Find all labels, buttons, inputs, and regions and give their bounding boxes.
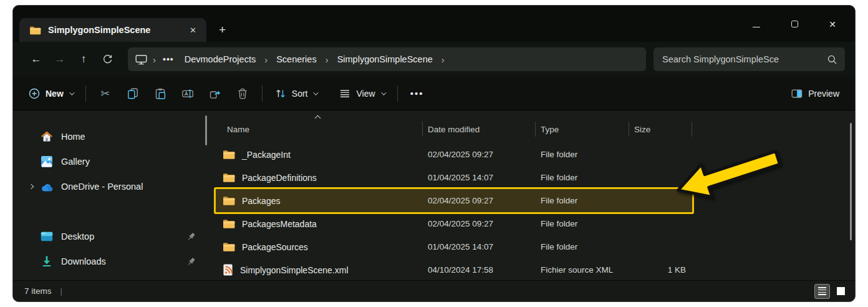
close-button[interactable]: ✕ [827,19,837,29]
table-row[interactable]: SimplygonSimpleScene.xml 04/10/2024 17:5… [216,258,692,281]
sidebar-item-downloads[interactable]: Downloads [13,249,216,274]
sort-button[interactable]: Sort [268,82,324,105]
chevron-right-icon: › [151,54,158,65]
gallery-icon [41,155,53,168]
file-date: 02/04/2025 09:27 [423,219,536,228]
plus-circle-icon [29,88,40,99]
table-row[interactable]: PackageSources 01/04/2025 14:07 File fol… [216,235,692,258]
view-button[interactable]: View [332,82,391,105]
preview-button[interactable]: Preview [784,82,846,105]
file-name: PackagesMetadata [242,219,317,229]
file-rows: _PackageInt 02/04/2025 09:27 File folder… [216,143,692,281]
maximize-icon [791,21,798,27]
chevron-down-icon [314,90,319,95]
sort-arrows-icon [275,88,286,99]
paste-icon [155,88,166,99]
file-type: File folder [536,150,629,159]
tab-simplygonsimplescene[interactable]: SimplygonSimpleScene ✕ [19,18,206,42]
sidebar-item-home[interactable]: Home [13,124,216,149]
search-input[interactable]: Search SimplygonSimpleSce [653,47,845,71]
view-toggles [814,284,849,299]
preview-pane-icon [791,88,803,99]
xml-file-icon [223,264,233,276]
search-placeholder: Search SimplygonSimpleSce [662,54,827,64]
file-name: PackageDefinitions [242,173,317,183]
chevron-right-icon[interactable] [22,185,41,188]
maximize-button[interactable] [789,19,799,29]
sidebar-item-gallery[interactable]: Gallery [13,149,216,174]
breadcrumb[interactable]: › ••• DevmodeProjects › Sceneries › Simp… [128,47,646,71]
folder-icon [223,149,235,160]
details-view-button[interactable] [814,284,830,299]
folder-icon [223,241,235,252]
downloads-icon [41,255,53,268]
delete-button[interactable] [229,82,256,105]
cut-button[interactable]: ✂ [92,82,119,105]
see-more-button[interactable]: ••• [403,82,431,105]
refresh-button[interactable] [95,49,119,70]
tab-title: SimplygonSimpleScene [48,25,180,35]
table-row[interactable]: _PackageInt 02/04/2025 09:27 File folder [216,143,692,166]
refresh-icon [102,54,113,65]
share-button[interactable] [201,82,229,105]
sidebar-scrollbar[interactable] [205,115,207,145]
paste-button[interactable] [147,82,174,105]
breadcrumb-item-devmodeprojects[interactable]: DevmodeProjects [179,52,261,67]
file-name: Packages [242,196,280,206]
table-row[interactable]: PackageDefinitions 01/04/2025 14:07 File… [216,166,692,189]
copy-button[interactable] [119,82,147,105]
sidebar-group-gap [13,199,216,224]
file-date: 01/04/2025 14:07 [423,242,536,251]
file-list-area: Name Date modified Type Size _PackageInt… [216,110,855,280]
share-icon [210,88,221,99]
file-date: 04/10/2024 17:58 [423,265,536,275]
up-button[interactable]: ↑ [72,49,95,70]
rename-button[interactable] [174,82,201,105]
file-size: 1 KB [629,265,692,275]
chevron-down-icon [69,90,74,95]
breadcrumb-item-sceneries[interactable]: Sceneries [271,52,322,67]
new-tab-button[interactable]: + [219,23,226,37]
file-type: File folder [536,196,629,205]
sidebar-item-desktop[interactable]: Desktop [13,224,216,249]
breadcrumb-item-simplygonsimplescene[interactable]: SimplygonSimpleScene [332,52,438,67]
view-lines-icon [339,88,350,99]
pin-icon [186,257,196,266]
command-toolbar: New ✂ Sort View [13,77,855,110]
column-header-size[interactable]: Size [629,122,692,137]
file-type: File folder [536,219,629,228]
table-row[interactable]: PackagesMetadata 02/04/2025 09:27 File f… [216,212,692,235]
forward-button[interactable]: → [48,49,72,70]
file-date: 02/04/2025 09:27 [423,150,536,159]
sidebar-item-onedrive[interactable]: OneDrive - Personal [13,174,216,199]
folder-icon [29,26,41,35]
sort-ascending-caret-icon [315,115,321,122]
back-button[interactable]: ← [24,49,48,70]
column-header-date-modified[interactable]: Date modified [423,122,536,137]
column-headers: Name Date modified Type Size [216,120,855,138]
trash-icon [237,88,248,99]
chevron-down-icon [381,90,386,95]
copy-icon [127,88,138,99]
desktop-icon [41,231,53,241]
file-name: PackageSources [242,242,308,252]
large-icons-view-button[interactable] [833,284,849,299]
file-explorer-window: SimplygonSimpleScene ✕ + ✕ ← → ↑ › ••• D… [12,5,856,302]
column-header-type[interactable]: Type [536,122,629,137]
new-button[interactable]: New [22,82,80,105]
tab-close-icon[interactable]: ✕ [187,24,199,36]
chevron-right-icon: › [263,54,269,65]
column-header-name[interactable]: Name [216,122,423,137]
file-date: 01/04/2025 14:07 [423,173,536,182]
toolbar-divider [397,85,398,102]
window-controls: ✕ [751,19,837,29]
details-view-icon [818,287,826,295]
file-type: File folder [536,173,629,182]
table-row-highlighted-packages[interactable]: Packages 02/04/2025 09:27 File folder [216,189,692,212]
file-list-scrollbar[interactable] [850,123,852,240]
status-bar: 7 items | [13,280,855,301]
file-date: 02/04/2025 09:27 [423,196,536,205]
minimize-button[interactable] [751,19,761,29]
navigation-pane: Home Gallery OneDrive - Personal Desktop [13,110,216,280]
breadcrumb-overflow-button[interactable]: ••• [159,54,178,64]
